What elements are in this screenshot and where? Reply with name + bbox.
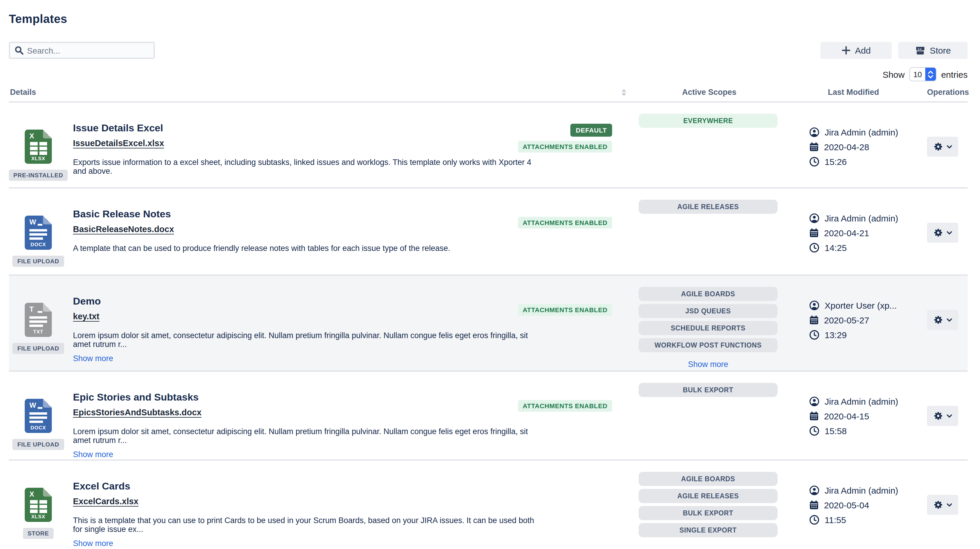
calendar-icon bbox=[809, 315, 819, 325]
operations-button[interactable] bbox=[927, 310, 958, 330]
chevron-down-icon bbox=[946, 414, 952, 418]
table-row: X XLSX STORE Excel Cards ExcelCards.xlsx… bbox=[9, 461, 968, 549]
source-badge: FILE UPLOAD bbox=[13, 255, 64, 267]
scope-pill: AGILE RELEASES bbox=[639, 489, 778, 503]
operations-button[interactable] bbox=[927, 137, 958, 157]
table-header: Details Active Scopes Last Modified Oper… bbox=[9, 85, 968, 102]
txt-file-icon: T TXT bbox=[25, 303, 52, 337]
person-circle-icon bbox=[809, 396, 819, 407]
calendar-icon bbox=[809, 142, 819, 152]
template-file-link[interactable]: ExcelCards.xlsx bbox=[73, 496, 138, 506]
clock-icon bbox=[809, 330, 819, 340]
gear-icon bbox=[933, 411, 943, 421]
gear-icon bbox=[933, 228, 943, 238]
scope-pill: SINGLE EXPORT bbox=[639, 523, 778, 537]
template-title: Excel Cards bbox=[73, 481, 612, 492]
plus-icon bbox=[842, 46, 850, 55]
column-header-details[interactable]: Details bbox=[9, 88, 612, 97]
template-file-link[interactable]: key.txt bbox=[73, 311, 99, 321]
modified-by: Xporter User (xp... bbox=[825, 300, 897, 310]
scope-pill: WORKFLOW POST FUNCTIONS bbox=[639, 338, 778, 352]
page-size-select[interactable]: 10 bbox=[909, 67, 937, 81]
modified-time: 14:25 bbox=[825, 243, 847, 253]
chevron-down-icon bbox=[946, 318, 952, 322]
attachments-enabled-badge: ATTACHMENTS ENABLED bbox=[518, 141, 612, 153]
modified-date: 2020-05-04 bbox=[824, 500, 869, 510]
column-header-operations: Operations bbox=[927, 88, 969, 97]
show-label: Show bbox=[883, 69, 905, 79]
docx-file-icon: W DOCX bbox=[25, 399, 52, 433]
add-button-label: Add bbox=[855, 45, 870, 55]
chevron-down-icon bbox=[946, 231, 952, 235]
chevron-down-icon bbox=[946, 503, 952, 507]
store-button[interactable]: Store bbox=[898, 42, 968, 59]
scope-pill: SCHEDULE REPORTS bbox=[639, 321, 778, 335]
modified-date: 2020-04-15 bbox=[824, 411, 869, 421]
source-badge: PRE-INSTALLED bbox=[9, 170, 68, 181]
table-row: W DOCX FILE UPLOAD Epic Stories and Subt… bbox=[9, 372, 968, 461]
modified-by: Jira Admin (admin) bbox=[825, 213, 898, 223]
template-description: Exports issue information to a excel she… bbox=[73, 158, 544, 176]
calendar-icon bbox=[809, 228, 819, 238]
modified-by: Jira Admin (admin) bbox=[825, 396, 898, 407]
person-circle-icon bbox=[809, 485, 819, 495]
attachments-enabled-badge: ATTACHMENTS ENABLED bbox=[518, 400, 612, 412]
table-row: X XLSX PRE-INSTALLED Issue Details Excel… bbox=[9, 102, 968, 188]
clock-icon bbox=[809, 426, 819, 436]
modified-date: 2020-04-21 bbox=[824, 228, 869, 238]
source-badge: FILE UPLOAD bbox=[13, 343, 64, 354]
gear-icon bbox=[933, 142, 943, 152]
search-input[interactable] bbox=[27, 46, 149, 55]
operations-button[interactable] bbox=[927, 223, 958, 243]
template-file-link[interactable]: EpicsStoriesAndSubtasks.docx bbox=[73, 408, 202, 417]
scope-pill: AGILE RELEASES bbox=[639, 200, 778, 214]
clock-icon bbox=[809, 157, 819, 167]
description-show-more-link[interactable]: Show more bbox=[73, 539, 113, 548]
search-box[interactable] bbox=[9, 42, 155, 59]
description-show-more-link[interactable]: Show more bbox=[73, 354, 113, 363]
xlsx-file-icon: X XLSX bbox=[25, 129, 52, 164]
table-row: T TXT FILE UPLOAD Demo key.txt Lorem ips… bbox=[9, 276, 968, 372]
operations-button[interactable] bbox=[927, 406, 958, 426]
sort-arrows-icon[interactable] bbox=[622, 89, 626, 96]
page-size-value: 10 bbox=[910, 68, 925, 81]
template-description: A template that can be used to produce f… bbox=[73, 244, 544, 253]
column-header-active-scopes: Active Scopes bbox=[612, 88, 780, 97]
scopes-show-more-link[interactable]: Show more bbox=[639, 360, 778, 369]
operations-button[interactable] bbox=[927, 495, 958, 515]
table-row: W DOCX FILE UPLOAD Basic Release Notes B… bbox=[9, 188, 968, 276]
search-icon bbox=[15, 46, 24, 55]
default-badge: DEFAULT bbox=[571, 124, 612, 137]
scope-pill: AGILE BOARDS bbox=[639, 472, 778, 486]
description-show-more-link[interactable]: Show more bbox=[73, 450, 113, 459]
calendar-icon bbox=[809, 500, 819, 510]
template-file-link[interactable]: IssueDetailsExcel.xlsx bbox=[73, 139, 164, 148]
entries-label: entries bbox=[941, 69, 968, 79]
source-badge: STORE bbox=[23, 528, 54, 539]
clock-icon bbox=[809, 243, 819, 253]
storefront-icon bbox=[915, 46, 925, 55]
template-file-link[interactable]: BasicReleaseNotes.docx bbox=[73, 224, 174, 234]
modified-time: 15:58 bbox=[825, 426, 847, 436]
store-button-label: Store bbox=[930, 45, 951, 55]
add-button[interactable]: Add bbox=[821, 42, 892, 59]
person-circle-icon bbox=[809, 127, 819, 137]
chevron-down-icon bbox=[946, 145, 952, 149]
modified-by: Jira Admin (admin) bbox=[825, 485, 898, 495]
modified-date: 2020-05-27 bbox=[824, 315, 869, 325]
clock-icon bbox=[809, 515, 819, 525]
toolbar: Add Store bbox=[9, 42, 968, 59]
page-title: Templates bbox=[9, 12, 980, 26]
column-header-last-modified: Last Modified bbox=[780, 88, 927, 97]
gear-icon bbox=[933, 315, 943, 325]
calendar-icon bbox=[809, 411, 819, 421]
source-badge: FILE UPLOAD bbox=[13, 439, 64, 450]
person-circle-icon bbox=[809, 213, 819, 223]
scope-pill: BULK EXPORT bbox=[639, 383, 778, 397]
template-description: This is a template that you can use to p… bbox=[73, 516, 544, 534]
xlsx-file-icon: X XLSX bbox=[25, 488, 52, 522]
docx-file-icon: W DOCX bbox=[25, 215, 52, 250]
up-down-chevrons-icon[interactable] bbox=[925, 68, 936, 81]
pagination-controls: Show 10 entries bbox=[9, 67, 968, 81]
template-description: Lorem ipsum dolor sit amet, consectetur … bbox=[73, 331, 544, 349]
